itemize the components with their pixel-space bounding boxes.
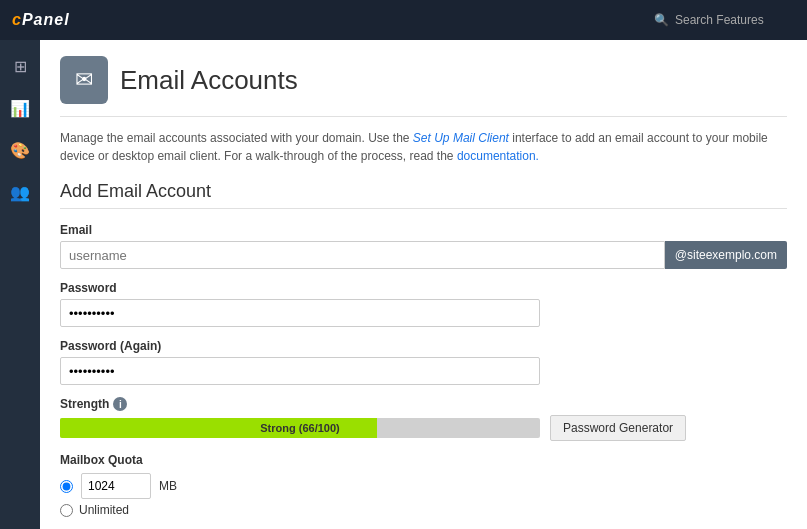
content-area: ✉ Email Accounts Manage the email accoun… xyxy=(40,40,807,529)
main-layout: ⊞ 📊 🎨 👥 ✉ Email Accounts Manage the emai… xyxy=(0,40,807,529)
page-description: Manage the email accounts associated wit… xyxy=(60,129,787,165)
email-form-group: Email @siteexemplo.com xyxy=(60,223,787,269)
email-label: Email xyxy=(60,223,787,237)
sidebar-item-themes[interactable]: 🎨 xyxy=(2,132,38,168)
unlimited-row: Unlimited xyxy=(60,503,787,517)
email-username-input[interactable] xyxy=(60,241,665,269)
description-text: Manage the email accounts associated wit… xyxy=(60,131,413,145)
palette-icon: 🎨 xyxy=(10,141,30,160)
quota-row: MB xyxy=(60,473,787,499)
password-again-input[interactable] xyxy=(60,357,540,385)
search-area: 🔍 xyxy=(654,13,795,27)
mailbox-quota-section: Mailbox Quota MB Unlimited xyxy=(60,453,787,517)
password-again-form-group: Password (Again) xyxy=(60,339,787,385)
topnav: cPanel 🔍 xyxy=(0,0,807,40)
strength-label-row: Strength i xyxy=(60,397,787,411)
quota-limited-radio[interactable] xyxy=(60,480,73,493)
search-input[interactable] xyxy=(675,13,795,27)
documentation-link[interactable]: documentation. xyxy=(457,149,539,163)
unlimited-label: Unlimited xyxy=(79,503,129,517)
quota-unlimited-radio[interactable] xyxy=(60,504,73,517)
strength-label-text: Strength xyxy=(60,397,109,411)
strength-bar-text: Strong (66/100) xyxy=(60,418,540,438)
email-row: @siteexemplo.com xyxy=(60,241,787,269)
password-generator-button[interactable]: Password Generator xyxy=(550,415,686,441)
quota-value-input[interactable] xyxy=(81,473,151,499)
sidebar-item-stats[interactable]: 📊 xyxy=(2,90,38,126)
sidebar: ⊞ 📊 🎨 👥 xyxy=(0,40,40,529)
sidebar-item-home[interactable]: ⊞ xyxy=(2,48,38,84)
password-again-label: Password (Again) xyxy=(60,339,787,353)
quota-label: Mailbox Quota xyxy=(60,453,787,467)
strength-info-icon[interactable]: i xyxy=(113,397,127,411)
domain-badge: @siteexemplo.com xyxy=(665,241,787,269)
password-form-group: Password xyxy=(60,281,787,327)
page-title: Email Accounts xyxy=(120,65,298,96)
quota-unit: MB xyxy=(159,479,177,493)
strength-bar-container: Strong (66/100) Password Generator xyxy=(60,415,787,441)
password-input[interactable] xyxy=(60,299,540,327)
page-header: ✉ Email Accounts xyxy=(60,56,787,117)
envelope-icon: ✉ xyxy=(75,67,93,93)
strength-form-group: Strength i Strong (66/100) Password Gene… xyxy=(60,397,787,441)
setup-mail-client-link[interactable]: Set Up Mail Client xyxy=(413,131,509,145)
search-icon: 🔍 xyxy=(654,13,669,27)
cpanel-logo: cPanel xyxy=(12,11,70,29)
grid-icon: ⊞ xyxy=(14,57,27,76)
chart-icon: 📊 xyxy=(10,99,30,118)
users-icon: 👥 xyxy=(10,183,30,202)
section-title: Add Email Account xyxy=(60,181,787,209)
email-accounts-icon: ✉ xyxy=(60,56,108,104)
password-label: Password xyxy=(60,281,787,295)
strength-bar-outer: Strong (66/100) xyxy=(60,418,540,438)
sidebar-item-users[interactable]: 👥 xyxy=(2,174,38,210)
